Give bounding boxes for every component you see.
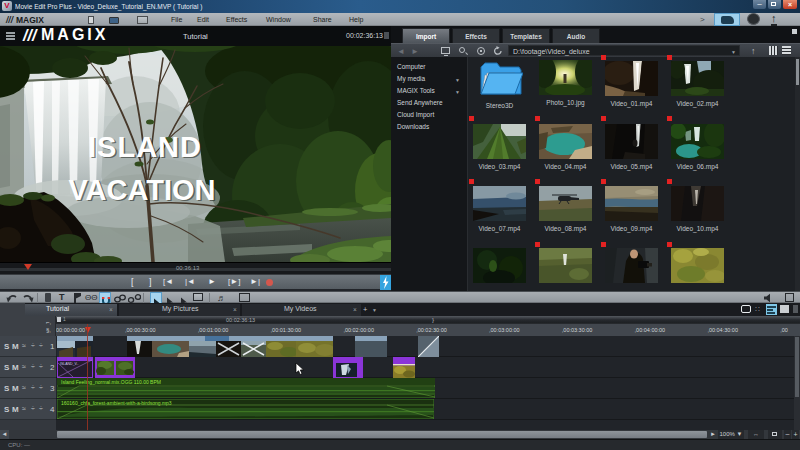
svg-text:ISLAND_V..: ISLAND_V.. (60, 362, 79, 366)
svg-text:VACATION: VACATION (68, 174, 215, 206)
svg-text:Island Feeling_normal.mix.OGG: Island Feeling_normal.mix.OGG 110.00 BPM (61, 379, 161, 385)
svg-text:ISLAND: ISLAND (88, 131, 202, 163)
